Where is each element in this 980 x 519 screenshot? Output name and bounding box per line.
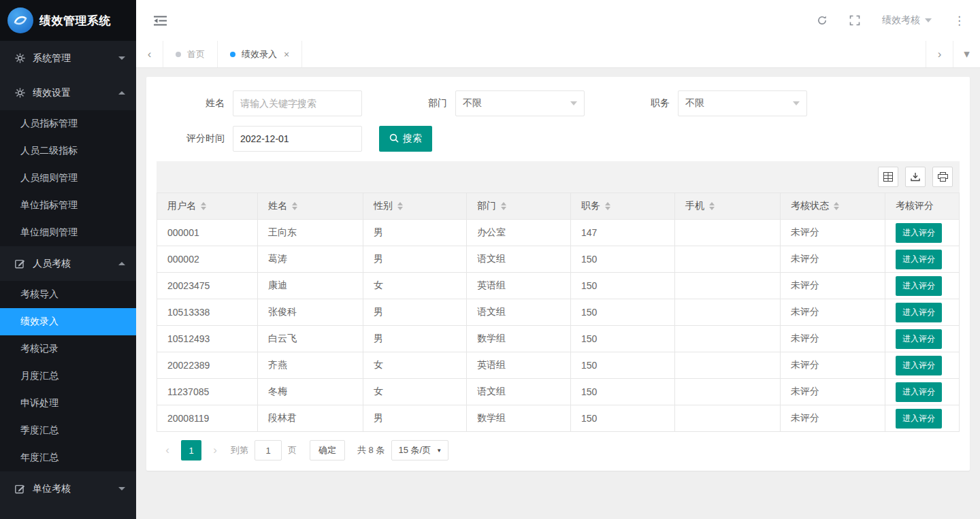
goto-page-input[interactable] (255, 440, 282, 461)
refresh-icon[interactable] (817, 15, 828, 26)
chevron-down-icon (570, 101, 577, 105)
sidebar-item-person-secondary-indicator[interactable]: 人员二级指标 (0, 137, 136, 165)
sidebar-item-label: 人员考核 (33, 258, 71, 270)
sidebar-item-performance-settings[interactable]: 绩效设置 (0, 76, 136, 110)
export-icon[interactable] (905, 167, 926, 187)
enter-score-button[interactable]: 进入评分 (896, 250, 942, 269)
sidebar-item-unit-assessment[interactable]: 单位考核 (0, 471, 136, 506)
sidebar-item-assessment-import[interactable]: 考核导入 (0, 281, 136, 308)
goto-confirm-button[interactable]: 确定 (310, 440, 345, 461)
job-select[interactable]: 不限 (678, 90, 807, 116)
col-header-name[interactable]: 姓名 (258, 193, 363, 220)
sidebar-item-assessment-records[interactable]: 考核记录 (0, 335, 136, 363)
topbar-actions: 绩效考核 ⋮ (817, 14, 965, 28)
sidebar-item-performance-entry[interactable]: 绩效录入 (0, 308, 136, 335)
name-search-input[interactable] (233, 90, 362, 116)
sidebar-item-monthly-summary[interactable]: 月度汇总 (0, 363, 136, 390)
search-icon (389, 133, 399, 145)
sort-icon[interactable] (397, 202, 403, 210)
tab-performance-entry[interactable]: 绩效录入 × (218, 41, 302, 67)
tab-dot-icon (230, 52, 235, 57)
page-number-current[interactable]: 1 (181, 440, 201, 461)
sort-icon[interactable] (201, 202, 206, 210)
enter-score-button[interactable]: 进入评分 (896, 356, 942, 375)
sidebar-item-label: 单位考核 (33, 483, 71, 495)
sidebar-collapse-icon[interactable] (154, 16, 167, 26)
col-header-status[interactable]: 考核状态 (781, 193, 885, 220)
sort-icon[interactable] (292, 202, 297, 210)
chevron-down-icon (118, 56, 125, 60)
sort-icon[interactable] (709, 202, 715, 210)
page-prev-icon[interactable]: ‹ (158, 440, 177, 461)
close-icon[interactable]: × (284, 49, 289, 60)
sidebar: 绩效管理系统 系统管理 绩效设置 人员指标管理 人员二级指标 人员细则管 (0, 0, 136, 519)
total-count: 共 8 条 (357, 444, 385, 456)
job-select-value: 不限 (685, 97, 704, 110)
col-header-username[interactable]: 用户名 (157, 193, 258, 220)
dept-select-value: 不限 (463, 97, 482, 110)
filter-form: 姓名 部门 不限 职务 (157, 90, 960, 152)
enter-score-button[interactable]: 进入评分 (896, 223, 942, 243)
goto-page-prefix: 到第 (231, 444, 248, 456)
search-button[interactable]: 搜索 (379, 126, 432, 152)
app-logo-icon (7, 7, 33, 33)
filter-dept: 部门 不限 (413, 90, 585, 116)
sidebar-item-unit-rules-mgmt[interactable]: 单位细则管理 (0, 219, 136, 246)
sidebar-item-yearly-summary[interactable]: 年度汇总 (0, 444, 136, 471)
tab-home[interactable]: 首页 (163, 41, 218, 67)
sidebar-item-person-assessment[interactable]: 人员考核 (0, 246, 136, 281)
gear-icon (14, 53, 26, 63)
chevron-down-icon (925, 18, 932, 22)
col-header-job[interactable]: 职务 (571, 193, 675, 220)
performance-entry-card: 姓名 部门 不限 职务 (146, 77, 970, 471)
filter-row-1: 姓名 部门 不限 职务 (157, 90, 960, 116)
edit-icon (14, 484, 26, 494)
col-header-gender[interactable]: 性别 (363, 193, 467, 220)
filter-name: 姓名 (157, 90, 362, 116)
sidebar-item-unit-indicator-mgmt[interactable]: 单位指标管理 (0, 192, 136, 219)
table-row: 11237085冬梅女语文组150未评分 进入评分 (157, 379, 960, 405)
table-row: 10512493白云飞男数学组150未评分 进入评分 (157, 326, 960, 352)
sort-icon[interactable] (834, 202, 839, 210)
sidebar-item-quarterly-summary[interactable]: 季度汇总 (0, 417, 136, 444)
table-header-row: 用户名 姓名 性别 部门 职务 手机 考核状态 考核评分 (157, 193, 960, 220)
col-header-dept[interactable]: 部门 (467, 193, 571, 220)
print-icon[interactable] (932, 167, 953, 187)
sidebar-item-system-management[interactable]: 系统管理 (0, 41, 136, 76)
sort-icon[interactable] (605, 202, 610, 210)
col-header-phone[interactable]: 手机 (675, 193, 781, 220)
enter-score-button[interactable]: 进入评分 (896, 409, 942, 429)
enter-score-button[interactable]: 进入评分 (896, 276, 942, 296)
more-menu-icon[interactable]: ⋮ (953, 14, 965, 28)
sidebar-group-person-assessment: 考核导入 绩效录入 考核记录 月度汇总 申诉处理 季度汇总 年度汇总 (0, 281, 136, 471)
chevron-down-icon (118, 487, 125, 490)
sidebar-item-person-rules-mgmt[interactable]: 人员细则管理 (0, 165, 136, 192)
enter-score-button[interactable]: 进入评分 (896, 303, 942, 322)
pagination: ‹ 1 › 到第 页 确定 共 8 条 15 条/页 ▼ (157, 432, 960, 461)
dept-select[interactable]: 不限 (455, 90, 585, 116)
user-dropdown[interactable]: 绩效考核 (882, 14, 932, 27)
edit-icon (14, 258, 26, 269)
tabs-menu-icon[interactable]: ▾ (953, 41, 980, 67)
sidebar-item-label: 绩效设置 (33, 87, 71, 99)
sidebar-group-performance-settings: 人员指标管理 人员二级指标 人员细则管理 单位指标管理 单位细则管理 (0, 110, 136, 246)
enter-score-button[interactable]: 进入评分 (896, 329, 942, 349)
sidebar-item-person-indicator-mgmt[interactable]: 人员指标管理 (0, 110, 136, 137)
enter-score-button[interactable]: 进入评分 (896, 382, 942, 402)
chevron-up-icon (118, 262, 125, 265)
filter-job: 职务 不限 (636, 90, 807, 116)
score-time-input[interactable] (233, 126, 362, 152)
tabs-scroll-right-icon[interactable]: › (926, 41, 953, 67)
page-size-select[interactable]: 15 条/页 ▼ (391, 440, 448, 461)
table-row: 10513338张俊科男语文组150未评分 进入评分 (157, 299, 960, 326)
app-root: 绩效管理系统 系统管理 绩效设置 人员指标管理 人员二级指标 人员细则管 (0, 0, 980, 519)
sidebar-item-appeal-handling[interactable]: 申诉处理 (0, 390, 136, 417)
page-next-icon[interactable]: › (206, 440, 225, 461)
tabs-scroll-left-icon[interactable]: ‹ (136, 41, 163, 67)
sort-icon[interactable] (501, 202, 506, 210)
content-area: 姓名 部门 不限 职务 (136, 68, 980, 519)
fullscreen-icon[interactable] (849, 15, 860, 26)
table-row: 20023475康迪女英语组150未评分 进入评分 (157, 273, 960, 299)
filter-score-time: 评分时间 (157, 126, 362, 152)
filter-columns-icon[interactable] (878, 167, 898, 187)
